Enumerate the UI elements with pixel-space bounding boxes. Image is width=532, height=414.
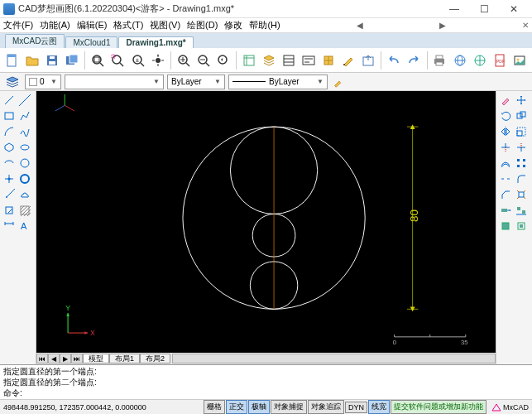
tab-scroll-last[interactable]: ⏭ (71, 354, 83, 363)
save-button[interactable] (43, 51, 61, 70)
layout1-tab[interactable]: 布局1 (109, 354, 140, 363)
pan-button[interactable] (149, 51, 167, 70)
zoom-realtime-button[interactable]: ± (128, 51, 146, 70)
color-dropdown[interactable]: ▼ (65, 75, 164, 89)
mirror-tool[interactable] (498, 124, 513, 139)
doc-tab-drawing1[interactable]: Drawing1.mxg* (118, 36, 193, 48)
layer-manager-button[interactable] (260, 51, 278, 70)
hatch-tool[interactable] (17, 203, 32, 218)
stretch-tool[interactable] (498, 203, 513, 218)
doc-tab-mxcloud1[interactable]: MxCloud1 (65, 36, 117, 48)
menu-modify[interactable]: 修改 (224, 19, 242, 31)
snap-grid-toggle[interactable]: 栅格 (204, 400, 225, 414)
text-tool[interactable]: A (17, 219, 32, 233)
menu-func[interactable]: 功能(A) (40, 19, 70, 31)
ellipse-arc-tool[interactable] (2, 156, 17, 171)
osnap-toggle[interactable]: 对象捕捉 (271, 400, 307, 414)
ortho-toggle[interactable]: 正交 (226, 400, 247, 414)
menu-format[interactable]: 格式(T) (113, 19, 143, 31)
xline-tool[interactable] (17, 93, 32, 108)
donut-tool[interactable] (17, 171, 32, 186)
menu-edit[interactable]: 编辑(E) (77, 19, 108, 31)
zoom-in-button[interactable] (175, 51, 193, 70)
export-button[interactable] (359, 51, 377, 70)
share-button[interactable] (471, 51, 489, 70)
rotate-tool[interactable] (498, 108, 513, 123)
polyline-tool[interactable] (17, 108, 32, 123)
menu-draw[interactable]: 绘图(D) (187, 19, 218, 31)
point-tool[interactable] (2, 171, 17, 186)
linetype-dropdown[interactable]: ByLayer▼ (167, 75, 225, 89)
otrack-toggle[interactable]: 对象追踪 (308, 400, 344, 414)
lineweight-toggle[interactable]: 线宽 (368, 400, 390, 414)
properties-button[interactable] (280, 51, 298, 70)
extend-tool[interactable] (514, 140, 529, 155)
chamfer-tool[interactable] (498, 187, 513, 202)
copy-tool[interactable] (514, 108, 529, 123)
feedback-button[interactable]: 提交软件问题或增加新功能 (391, 400, 486, 414)
arc-tool[interactable] (2, 124, 17, 139)
dyn-toggle[interactable]: DYN (345, 402, 367, 413)
menu-view[interactable]: 视图(V) (150, 19, 180, 31)
h-scrollbar[interactable] (172, 354, 496, 363)
break-tool[interactable] (498, 171, 513, 186)
tab-scroll-first[interactable]: ⏮ (36, 354, 48, 363)
explode-tool[interactable] (514, 187, 529, 202)
model-tab[interactable]: 模型 (83, 354, 109, 363)
pdf-button[interactable]: PDF (491, 51, 509, 70)
redo-button[interactable] (405, 51, 423, 70)
doc-tab-cloud[interactable]: MxCAD云图 (5, 34, 65, 48)
menu-help[interactable]: 帮助(H) (249, 19, 280, 31)
mtext-button[interactable] (300, 51, 318, 70)
open-file-button[interactable] (23, 51, 41, 70)
zoom-extents-button[interactable] (89, 51, 107, 70)
regen-button[interactable] (240, 51, 258, 70)
line-tool[interactable] (2, 93, 17, 108)
move-tool[interactable] (514, 93, 529, 108)
lengthen-tool[interactable] (514, 219, 529, 233)
close-button[interactable]: ✕ (499, 1, 529, 17)
layout2-tab[interactable]: 布局2 (140, 354, 170, 363)
insert-block-tool[interactable] (2, 203, 17, 218)
circle-tool[interactable] (17, 156, 32, 171)
join-tool[interactable] (498, 219, 513, 233)
fillet-tool[interactable] (514, 171, 529, 186)
align-tool[interactable] (514, 203, 529, 218)
array-tool[interactable] (514, 156, 529, 171)
zoom-previous-button[interactable] (214, 51, 232, 70)
save-as-button[interactable] (63, 51, 81, 70)
menu-arrow-right-icon[interactable]: ▶ (439, 21, 446, 30)
zoom-window-button[interactable] (108, 51, 127, 70)
maximize-button[interactable]: ☐ (469, 1, 499, 17)
ray-tool[interactable] (2, 187, 17, 202)
tab-scroll-next[interactable]: ▶ (60, 354, 71, 363)
rectangle-tool[interactable] (2, 108, 17, 123)
ellipse-tool[interactable] (17, 140, 32, 155)
polygon-tool[interactable] (2, 140, 17, 155)
paint-format-button[interactable] (331, 75, 346, 89)
polar-toggle[interactable]: 极轴 (248, 400, 270, 414)
match-props-button[interactable] (339, 51, 357, 70)
print-button[interactable] (430, 51, 448, 70)
revcloud-tool[interactable] (17, 187, 32, 202)
layers-icon[interactable] (3, 75, 22, 89)
web-button[interactable] (451, 51, 469, 70)
erase-tool[interactable] (498, 93, 513, 108)
trim-tool[interactable] (498, 140, 513, 155)
spline-tool[interactable] (17, 124, 32, 139)
scale-tool[interactable] (514, 124, 529, 139)
zoom-out-button[interactable] (194, 51, 213, 70)
new-file-button[interactable] (3, 51, 22, 70)
block-button[interactable] (319, 51, 338, 70)
menu-file[interactable]: 文件(F) (3, 19, 33, 31)
menu-arrow-left-icon[interactable]: ◀ (357, 21, 363, 30)
image-button[interactable] (510, 51, 529, 70)
offset-tool[interactable] (498, 156, 513, 171)
layer-dropdown[interactable]: 0 ▼ (25, 75, 61, 89)
undo-button[interactable] (385, 51, 403, 70)
dimension-tool[interactable] (2, 219, 17, 233)
drawing-canvas[interactable]: 80 X Y (36, 91, 496, 353)
menu-close-icon[interactable]: ✕ (522, 21, 529, 30)
minimize-button[interactable]: — (439, 1, 469, 17)
command-input[interactable]: 命令: (3, 388, 529, 398)
